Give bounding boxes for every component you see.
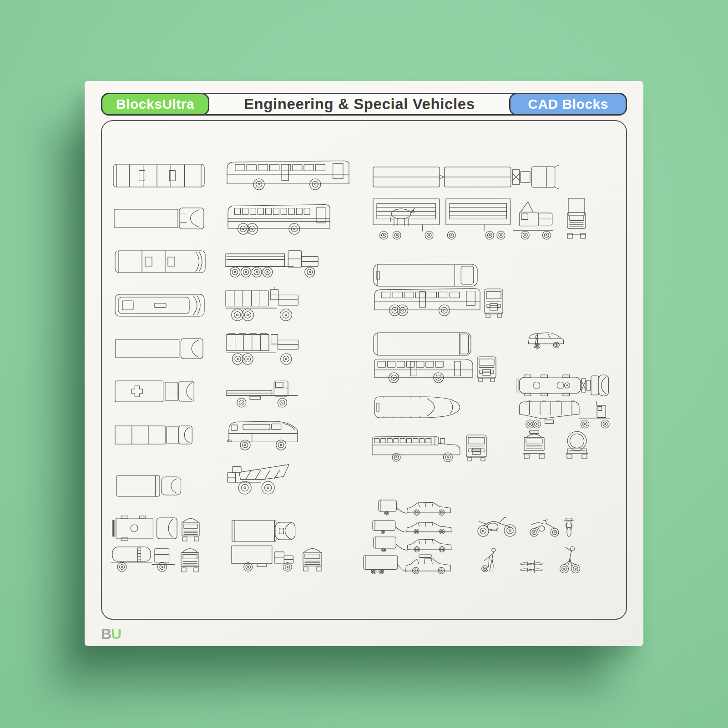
logo-letter-b: B — [101, 626, 111, 642]
tanker-truck-side-view — [110, 544, 178, 572]
brand-logo: BU — [101, 626, 121, 642]
city-bus-side-view — [372, 357, 475, 383]
dirt-bike-side-view — [530, 519, 560, 537]
coach-bus-side-view-1 — [225, 159, 351, 191]
coach-bus-side-view-2 — [226, 203, 332, 236]
flatbed-truck-side-view — [226, 376, 301, 408]
coach-bus-side-view-3 — [372, 287, 482, 317]
mini-truck-top-view — [116, 475, 182, 497]
van-top-view — [115, 294, 205, 317]
semi-truck-front-view — [566, 197, 587, 239]
bus-top-view-3 — [373, 264, 478, 287]
bus-top-view-1 — [113, 164, 205, 187]
bus-top-view-angled — [373, 396, 463, 419]
logo-letter-u: U — [111, 626, 121, 642]
motorcycle-front-view — [563, 517, 575, 537]
car-with-trailer-2 — [372, 519, 453, 535]
truck-front-view-3 — [301, 544, 324, 571]
school-bus-front-view — [465, 434, 488, 461]
ambulance-top-view — [115, 380, 195, 402]
truck-front-view-1 — [180, 514, 201, 541]
brand-pill: BlocksUltra — [101, 93, 209, 116]
box-truck-side-view — [230, 544, 298, 571]
car-with-trailer-1 — [378, 499, 452, 516]
page-title: Engineering & Special Vehicles — [208, 94, 511, 114]
cargo-truck-top-view — [115, 425, 193, 445]
bus-front-view-1 — [483, 288, 504, 318]
truck-front-view-4 — [522, 430, 546, 460]
scene: BlocksUltra Engineering & Special Vehicl… — [0, 0, 728, 728]
header-bar: BlocksUltra Engineering & Special Vehicl… — [101, 93, 627, 116]
tanker-semi-top-view — [515, 374, 611, 397]
canvas-truck-side-view — [226, 331, 301, 365]
truck-front-view-2 — [179, 544, 201, 572]
bus-top-view-2 — [115, 250, 206, 273]
school-bus-side-view — [370, 434, 463, 461]
cyclist-side-view — [559, 546, 581, 573]
semi-double-trailer-top-view — [372, 165, 560, 189]
minivan-side-view — [526, 329, 566, 349]
tanker-semi-side-view — [516, 399, 612, 429]
badge-label: CAD Blocks — [528, 96, 608, 112]
bus-top-view-4 — [373, 332, 471, 356]
bus-front-view-2 — [476, 356, 497, 382]
mining-truck-side-view — [226, 460, 293, 495]
badge-pill: CAD Blocks — [509, 93, 627, 116]
van-side-view — [227, 418, 301, 450]
car-with-trailer-3 — [373, 536, 453, 553]
bicycle-top-view — [520, 560, 543, 573]
box-truck-top-view — [115, 338, 203, 359]
tanker-truck-front-view — [565, 430, 589, 460]
military-truck-side-view — [225, 287, 301, 321]
brand-label: BlocksUltra — [116, 96, 194, 112]
chopper-motorcycle-side-view — [476, 516, 517, 537]
person-with-bicycle — [482, 548, 500, 572]
car-with-trailer-4 — [363, 554, 452, 575]
tanker-truck-top-view — [111, 515, 178, 541]
cattle-semi-side-view — [372, 197, 559, 240]
box-truck-top-view-2 — [231, 519, 297, 543]
truck-top-view — [114, 207, 205, 229]
dump-truck-side-view — [225, 246, 323, 278]
